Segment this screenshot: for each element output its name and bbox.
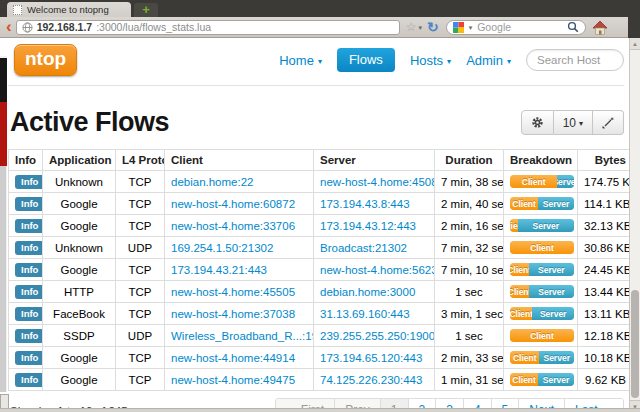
- flow-row: Info Google TCP new-host-4.home:44914 17…: [9, 347, 633, 369]
- gear-icon: [531, 116, 544, 129]
- server-host-link[interactable]: 74.125.226.230:443: [320, 374, 422, 386]
- info-badge[interactable]: Info: [15, 263, 43, 277]
- duration-cell: 7 min, 38 sec: [435, 171, 504, 193]
- client-host-link[interactable]: new-host-4.home:44914: [171, 352, 295, 364]
- nav-item-flows[interactable]: Flows: [337, 48, 395, 72]
- browser-window: Welcome to ntopng + ‹ 192.168.1.7:3000/l…: [0, 0, 640, 412]
- nav-item-home[interactable]: Home ▾: [279, 53, 322, 68]
- url-bar[interactable]: 192.168.1.7:3000/lua/flows_stats.lua: [16, 20, 400, 35]
- ntopng-page: ntop Home ▾ Flows Hosts ▾ Admin ▾ Active…: [0, 38, 640, 412]
- column-header[interactable]: Duration: [435, 150, 504, 171]
- application-cell: Unknown: [43, 171, 116, 193]
- flow-row: Info Google TCP new-host-4.home:60872 17…: [9, 193, 633, 215]
- info-badge[interactable]: Info: [15, 285, 43, 299]
- flow-row: Info HTTP TCP new-host-4.home:45505 debi…: [9, 281, 633, 303]
- server-host-link[interactable]: 173.194.43.8:443: [320, 198, 410, 210]
- client-host-link[interactable]: new-host-4.home:33706: [171, 220, 295, 232]
- info-badge[interactable]: Info: [15, 175, 43, 189]
- client-host-link[interactable]: Wireless_Broadband_R...:1900: [171, 330, 314, 342]
- breakdown-client-segment: Client: [510, 307, 532, 320]
- bytes-cell: 114.1 KB: [578, 193, 633, 215]
- vertical-scrollbar[interactable]: ▲ ▼: [629, 38, 640, 412]
- reload-icon[interactable]: ↻: [427, 20, 439, 34]
- column-header[interactable]: Info: [9, 150, 43, 171]
- l4proto-cell: TCP: [116, 171, 165, 193]
- client-host-link[interactable]: new-host-4.home:37038: [171, 308, 295, 320]
- bytes-cell: 10.18 KB: [578, 347, 633, 369]
- nav-item-hosts[interactable]: Hosts ▾: [410, 53, 451, 68]
- l4proto-cell: TCP: [116, 281, 165, 303]
- heading-row: Active Flows 10 ▾: [8, 107, 624, 138]
- server-host-link[interactable]: 173.194.43.12:443: [320, 220, 416, 232]
- info-badge[interactable]: Info: [15, 197, 43, 211]
- ntop-logo[interactable]: ntop: [14, 44, 77, 76]
- info-badge[interactable]: Info: [15, 219, 43, 233]
- info-badge[interactable]: Info: [15, 373, 43, 387]
- new-tab-button[interactable]: +: [134, 3, 158, 17]
- client-host-link[interactable]: 173.194.43.21:443: [171, 264, 267, 276]
- column-header[interactable]: Breakdown: [504, 150, 578, 171]
- window-edge: [628, 0, 640, 38]
- web-search-input[interactable]: [477, 21, 563, 33]
- search-engine-caret-icon[interactable]: ▾: [469, 24, 473, 31]
- server-host-link[interactable]: 173.194.65.120:443: [320, 352, 422, 364]
- page-title: Active Flows: [10, 107, 169, 138]
- fullscreen-button[interactable]: [593, 110, 624, 135]
- application-cell: Google: [43, 259, 116, 281]
- nav-item-admin[interactable]: Admin ▾: [466, 53, 511, 68]
- breakdown-server-segment: Server: [538, 197, 574, 210]
- column-header[interactable]: Client: [165, 150, 314, 171]
- server-host-link[interactable]: new-host-4.home:45086: [320, 176, 435, 188]
- web-search-box[interactable]: ▾: [446, 20, 586, 35]
- host-search-input[interactable]: [526, 49, 624, 71]
- breakdown-client-segment: Client: [510, 219, 518, 232]
- server-host-link[interactable]: debian.home:3000: [320, 286, 415, 298]
- server-host-link[interactable]: new-host-4.home:56235: [320, 264, 435, 276]
- duration-cell: 7 min, 10 sec: [435, 259, 504, 281]
- l4proto-cell: TCP: [116, 347, 165, 369]
- scrollbar-thumb[interactable]: [631, 290, 639, 398]
- back-icon[interactable]: ‹: [6, 18, 12, 35]
- breakdown-bar: Client Server: [510, 285, 574, 298]
- flows-table: InfoApplicationL4 ProtoClientServerDurat…: [8, 149, 633, 391]
- caret-down-icon: ▾: [447, 57, 451, 66]
- settings-button[interactable]: [521, 110, 554, 135]
- browser-tab[interactable]: Welcome to ntopng: [7, 2, 131, 17]
- l4proto-cell: UDP: [116, 237, 165, 259]
- server-host-link[interactable]: 239.255.255.250:1900: [320, 330, 435, 342]
- duration-cell: 1 sec: [435, 325, 504, 347]
- breakdown-server-segment: Server: [539, 351, 574, 364]
- info-badge[interactable]: Info: [15, 307, 43, 321]
- breakdown-bar: Client Server: [510, 219, 574, 232]
- info-badge[interactable]: Info: [15, 329, 43, 343]
- duration-cell: 2 min, 33 sec: [435, 347, 504, 369]
- url-path: :3000/lua/flows_stats.lua: [96, 21, 211, 33]
- bytes-cell: 13.44 KB: [578, 281, 633, 303]
- client-host-link[interactable]: debian.home:22: [171, 176, 253, 188]
- column-header[interactable]: L4 Proto: [116, 150, 165, 171]
- client-host-link[interactable]: new-host-4.home:49475: [171, 374, 295, 386]
- breakdown-server-segment: Server: [529, 263, 574, 276]
- nav-item-label: Home: [279, 53, 314, 68]
- main-nav: Home ▾ Flows Hosts ▾ Admin ▾: [279, 48, 511, 72]
- home-icon[interactable]: [592, 20, 608, 35]
- server-host-link[interactable]: Broadcast:21302: [320, 242, 407, 254]
- flow-row: Info Google TCP 173.194.43.21:443 new-ho…: [9, 259, 633, 281]
- client-host-link[interactable]: 169.254.1.50:21302: [171, 242, 273, 254]
- column-header[interactable]: Application: [43, 150, 116, 171]
- bookmark-star-icon[interactable]: ☆: [406, 21, 417, 33]
- info-badge[interactable]: Info: [15, 351, 43, 365]
- scroll-up-icon[interactable]: ▲: [630, 38, 640, 50]
- rows-per-page-dropdown[interactable]: 10 ▾: [554, 110, 593, 135]
- info-badge[interactable]: Info: [15, 241, 43, 255]
- column-header[interactable]: Bytes: [578, 150, 633, 171]
- l4proto-cell: TCP: [116, 369, 165, 391]
- column-header[interactable]: Server: [314, 150, 435, 171]
- client-host-link[interactable]: new-host-4.home:60872: [171, 198, 295, 210]
- server-host-link[interactable]: 31.13.69.160:443: [320, 308, 410, 320]
- bookmark-caret-icon[interactable]: ▾: [418, 24, 422, 31]
- client-host-link[interactable]: new-host-4.home:45505: [171, 286, 295, 298]
- duration-cell: 2 min, 40 sec: [435, 193, 504, 215]
- background-window-sliver: [0, 166, 7, 392]
- magnifier-icon[interactable]: [567, 21, 579, 33]
